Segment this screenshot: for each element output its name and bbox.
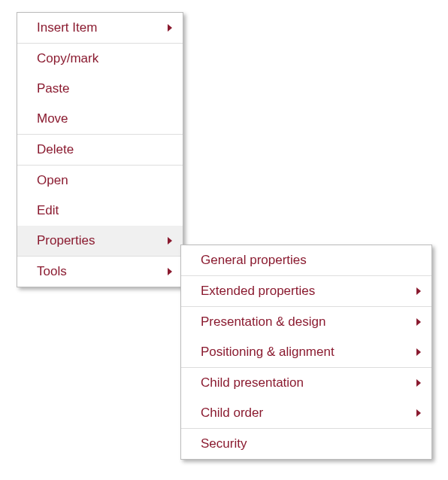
menu-item-positioning-alignment[interactable]: Positioning & alignment (181, 337, 431, 367)
chevron-right-icon (416, 287, 421, 295)
menu-item-label: Child presentation (201, 375, 304, 390)
menu-item-label: Tools (37, 264, 67, 279)
context-menu-main: Insert Item Copy/mark Paste Move Delete … (17, 12, 183, 287)
chevron-right-icon (168, 268, 172, 275)
menu-item-general-properties[interactable]: General properties (181, 245, 431, 275)
menu-item-open[interactable]: Open (17, 166, 183, 196)
chevron-right-icon (416, 379, 421, 387)
chevron-right-icon (168, 237, 172, 245)
menu-item-label: Copy/mark (37, 51, 98, 66)
menu-item-move[interactable]: Move (17, 104, 183, 134)
menu-item-label: General properties (201, 253, 307, 268)
menu-item-paste[interactable]: Paste (17, 74, 183, 104)
menu-item-child-presentation[interactable]: Child presentation (181, 368, 431, 398)
menu-item-label: Insert Item (37, 20, 97, 35)
menu-item-tools[interactable]: Tools (17, 257, 183, 287)
chevron-right-icon (416, 409, 421, 417)
chevron-right-icon (416, 348, 421, 356)
menu-item-label: Presentation & design (201, 314, 325, 330)
menu-item-label: Delete (37, 142, 74, 157)
menu-item-presentation-design[interactable]: Presentation & design (181, 307, 431, 337)
menu-item-label: Positioning & alignment (201, 345, 334, 360)
menu-item-label: Paste (37, 81, 69, 96)
menu-item-security[interactable]: Security (181, 429, 431, 459)
menu-item-edit[interactable]: Edit (17, 196, 183, 226)
chevron-right-icon (168, 24, 172, 32)
menu-item-extended-properties[interactable]: Extended properties (181, 276, 431, 306)
menu-item-copy-mark[interactable]: Copy/mark (17, 44, 183, 74)
context-menu-properties-submenu: General properties Extended properties P… (180, 245, 432, 460)
menu-item-label: Child order (201, 406, 263, 421)
menu-item-label: Move (37, 111, 68, 126)
menu-item-delete[interactable]: Delete (17, 135, 183, 165)
menu-item-label: Properties (37, 233, 95, 248)
chevron-right-icon (416, 318, 421, 326)
menu-item-properties[interactable]: Properties (17, 226, 183, 256)
menu-item-label: Extended properties (201, 284, 315, 299)
menu-item-child-order[interactable]: Child order (181, 398, 431, 428)
menu-item-insert-item[interactable]: Insert Item (17, 13, 183, 43)
menu-item-label: Open (37, 173, 68, 188)
menu-item-label: Security (201, 436, 247, 451)
menu-item-label: Edit (37, 203, 59, 218)
